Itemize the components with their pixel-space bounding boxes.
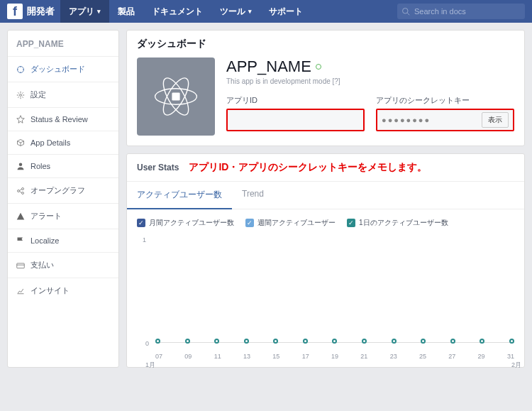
chart-area: 1 0 1月 2月 07091113151719212325272931 xyxy=(127,236,524,367)
chevron-down-icon: ▾ xyxy=(97,8,101,15)
checkbox-icon: ✓ xyxy=(245,219,254,227)
x-tick: 19 xyxy=(331,353,338,360)
svg-point-0 xyxy=(403,9,409,14)
month-start: 1月 xyxy=(145,361,155,370)
x-tick: 29 xyxy=(478,353,485,360)
svg-point-6 xyxy=(22,187,24,190)
dev-mode-note: This app is in development mode [?] xyxy=(226,77,514,85)
month-end: 2月 xyxy=(511,361,521,370)
sidebar-item-localize[interactable]: Localize xyxy=(8,229,118,253)
svg-point-4 xyxy=(19,163,23,167)
sidebar-app-title: APP_NAME xyxy=(8,31,118,57)
gear-icon xyxy=(16,91,25,99)
sidebar-item-dashboard[interactable]: ダッシュボード xyxy=(8,57,118,82)
share-icon xyxy=(16,187,25,195)
chevron-down-icon: ▾ xyxy=(248,8,252,15)
app-secret-field: ●●●●●●●● 表示 xyxy=(376,109,514,131)
stats-tabs: アクティブユーザー数 Trend xyxy=(127,182,524,209)
checkbox-icon: ✓ xyxy=(347,219,355,227)
nav-products[interactable]: 製品 xyxy=(109,0,143,23)
chart-point xyxy=(332,339,337,344)
tab-trend[interactable]: Trend xyxy=(232,182,274,209)
person-icon xyxy=(16,162,25,170)
x-tick: 27 xyxy=(448,353,455,360)
x-tick: 17 xyxy=(302,353,309,360)
card-icon xyxy=(16,261,25,270)
sidebar-item-roles[interactable]: Roles xyxy=(8,155,118,178)
y-tick-0: 0 xyxy=(145,340,149,347)
x-tick: 31 xyxy=(507,353,514,360)
compass-icon xyxy=(16,65,25,74)
nav-apps[interactable]: アプリ▾ xyxy=(60,0,109,23)
chart-icon xyxy=(16,287,25,295)
search-input[interactable] xyxy=(414,7,521,16)
sidebar-item-insights[interactable]: インサイト xyxy=(8,278,118,303)
chart-point xyxy=(244,339,249,344)
cube-icon xyxy=(16,138,25,147)
chart-point xyxy=(480,339,484,344)
sidebar-item-app-details[interactable]: App Details xyxy=(8,131,118,155)
nav-docs[interactable]: ドキュメント xyxy=(143,0,211,23)
search-icon xyxy=(401,7,410,16)
show-secret-button[interactable]: 表示 xyxy=(482,112,509,128)
x-tick: 25 xyxy=(419,353,426,360)
x-tick: 23 xyxy=(390,353,397,360)
nav-links: アプリ▾ 製品 ドキュメント ツール▾ サポート xyxy=(60,0,311,23)
svg-point-7 xyxy=(22,192,24,194)
x-tick: 21 xyxy=(360,353,367,360)
x-tick: 15 xyxy=(272,353,279,360)
x-tick: 07 xyxy=(155,353,162,360)
atom-icon xyxy=(151,72,201,121)
nav-tools[interactable]: ツール▾ xyxy=(211,0,260,23)
x-axis-labels: 1月 2月 07091113151719212325272931 xyxy=(155,353,514,360)
app-id-label: アプリID xyxy=(226,95,365,106)
chart-legend: ✓月間アクティブユーザー数 ✓週間アクティブユーザー ✓1日のアクティブユーザー… xyxy=(127,209,524,236)
x-tick: 13 xyxy=(243,353,250,360)
sidebar-item-payments[interactable]: 支払い xyxy=(8,253,118,278)
chart-points xyxy=(155,339,514,346)
legend-daily[interactable]: ✓1日のアクティブユーザー数 xyxy=(347,218,448,228)
chart-point xyxy=(273,339,278,344)
chart-point xyxy=(509,339,514,344)
chart-point xyxy=(303,339,308,344)
dashboard-panel: ダッシュボード APP_NAME This app is in dev xyxy=(126,30,525,146)
y-tick-1: 1 xyxy=(143,236,146,243)
sidebar-item-alerts[interactable]: アラート xyxy=(8,204,118,229)
sidebar-item-status-review[interactable]: Status & Review xyxy=(8,108,118,131)
brand-label: 開発者 xyxy=(27,5,55,18)
svg-rect-13 xyxy=(172,92,179,100)
x-tick: 09 xyxy=(184,353,192,360)
checkbox-icon: ✓ xyxy=(137,219,145,227)
search-box[interactable] xyxy=(397,4,525,19)
tab-active-users[interactable]: アクティブユーザー数 xyxy=(127,182,232,209)
annotation-text: アプリID・アプリのシークレットキーをメモします。 xyxy=(189,161,427,174)
fb-logo-icon[interactable]: f xyxy=(7,4,23,19)
sidebar: APP_NAME ダッシュボード 設定 Status & Review App … xyxy=(7,30,119,368)
status-dot-icon xyxy=(316,64,321,70)
chart-point xyxy=(185,339,190,344)
app-id-field[interactable] xyxy=(226,109,365,131)
user-stats-panel: User Stats アプリID・アプリのシークレットキーをメモします。 アクテ… xyxy=(126,153,525,368)
app-secret-label: アプリのシークレットキー xyxy=(376,95,514,106)
chart-point xyxy=(450,339,455,344)
chart-point xyxy=(362,339,367,344)
legend-monthly[interactable]: ✓月間アクティブユーザー数 xyxy=(137,218,234,228)
alert-icon xyxy=(16,212,25,221)
flag-icon xyxy=(16,236,25,245)
chart-point xyxy=(392,339,397,344)
user-stats-title: User Stats xyxy=(137,163,179,172)
app-name: APP_NAME xyxy=(226,57,311,76)
svg-line-1 xyxy=(407,13,409,15)
star-icon xyxy=(16,115,25,124)
sidebar-item-settings[interactable]: 設定 xyxy=(8,82,118,108)
top-nav: f 開発者 アプリ▾ 製品 ドキュメント ツール▾ サポート xyxy=(0,0,532,23)
nav-support[interactable]: サポート xyxy=(260,0,311,23)
x-tick: 11 xyxy=(214,353,221,360)
legend-weekly[interactable]: ✓週間アクティブユーザー xyxy=(245,218,336,228)
svg-point-3 xyxy=(20,94,22,96)
svg-rect-8 xyxy=(17,263,25,268)
sidebar-item-open-graph[interactable]: オープングラフ xyxy=(8,178,118,204)
app-icon xyxy=(137,57,215,136)
dashboard-heading: ダッシュボード xyxy=(127,31,524,57)
chart-point xyxy=(421,339,426,344)
